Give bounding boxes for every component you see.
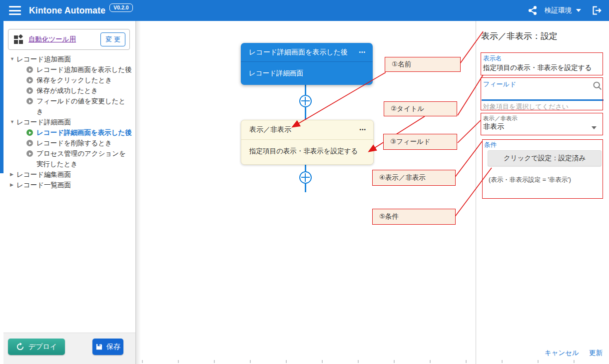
action-node-title: 表示／非表示 <box>249 125 291 134</box>
sidebar-item[interactable]: フィールドの値を変更したとき <box>3 96 134 117</box>
event-icon <box>26 150 33 157</box>
sidebar-item-active[interactable]: レコード詳細画面を表示した後 <box>3 127 134 138</box>
event-icon <box>26 77 33 83</box>
add-step-icon[interactable] <box>299 171 312 184</box>
field-input-underline <box>482 99 604 101</box>
tree-expand-icon[interactable]: ▶ <box>10 180 16 190</box>
event-icon <box>26 87 33 94</box>
event-icon <box>26 140 33 146</box>
sidebar: 自動化ツール用 変 更 ▼レコード追加画面 レコード追加画面を表示した後 保存を… <box>3 21 136 364</box>
sidebar-footer: デプロイ 保存 <box>3 333 135 364</box>
app-icon <box>13 34 23 44</box>
sidebar-item[interactable]: レコード追加画面を表示した後 <box>3 64 134 75</box>
deploy-button[interactable]: デプロイ <box>8 339 65 355</box>
event-icon <box>26 98 33 104</box>
sidebar-item[interactable]: 保存が成功したとき <box>3 85 134 96</box>
cancel-button[interactable]: キャンセル <box>545 349 579 358</box>
field-search-input[interactable] <box>483 89 585 100</box>
environment-selector[interactable]: 検証環境 <box>545 6 581 15</box>
event-icon <box>26 66 33 73</box>
settings-panel: 表示／非表示：設定 表示名 指定項目の表示・非表示を設定する フィールド 対象項… <box>476 21 609 364</box>
save-button[interactable]: 保存 <box>92 339 123 355</box>
app-link[interactable]: 自動化ツール用 <box>28 35 76 44</box>
condition-label: 条件 <box>484 141 497 149</box>
action-node-subtitle: 指定項目の表示・非表示を設定する <box>249 147 358 156</box>
dropdown-caret-icon[interactable] <box>592 126 597 129</box>
chevron-down-icon <box>576 9 581 12</box>
condition-set-button[interactable]: クリックで設定：設定済み <box>488 150 602 166</box>
logout-icon[interactable] <box>591 5 602 16</box>
sidebar-item[interactable]: 保存をクリックしたとき <box>3 75 134 85</box>
more-options-icon[interactable]: ••• <box>359 127 366 132</box>
sidebar-group-record-edit[interactable]: ▶レコード編集画面 <box>3 169 134 180</box>
sidebar-group-record-list[interactable]: ▶レコード一覧画面 <box>3 180 134 190</box>
tree-expand-icon[interactable]: ▶ <box>10 169 16 180</box>
hamburger-menu-icon[interactable] <box>9 6 21 15</box>
canvas-shadow <box>136 21 141 364</box>
name-field-label: 表示名 <box>483 54 502 63</box>
sidebar-group-record-detail[interactable]: ▼レコード詳細画面 <box>3 117 134 127</box>
save-icon <box>95 343 103 351</box>
tree-collapse-icon[interactable]: ▼ <box>10 117 16 127</box>
field-helper-text: 対象項目を選択してください <box>483 102 569 111</box>
sidebar-item[interactable]: レコードを削除するとき <box>3 138 134 148</box>
app-card: 自動化ツール用 変 更 <box>8 29 130 50</box>
event-icon-active <box>26 129 33 136</box>
app-header: Kintone Automate V0.2.0 検証環境 <box>0 0 609 21</box>
environment-label: 検証環境 <box>545 6 572 15</box>
event-tree: ▼レコード追加画面 レコード追加画面を表示した後 保存をクリックしたとき 保存が… <box>3 54 134 190</box>
sync-icon <box>16 343 24 351</box>
search-icon[interactable] <box>592 80 603 93</box>
trigger-node-subtitle: レコード詳細画面 <box>249 69 303 78</box>
more-options-icon[interactable]: ••• <box>359 50 366 55</box>
trigger-node[interactable]: レコード詳細画面を表示した後 ••• レコード詳細画面 <box>241 43 373 85</box>
trigger-node-title: レコード詳細画面を表示した後 <box>249 48 348 57</box>
panel-title: 表示／非表示：設定 <box>481 30 558 42</box>
sidebar-group-record-add[interactable]: ▼レコード追加画面 <box>3 54 134 64</box>
change-app-button[interactable]: 変 更 <box>100 32 125 46</box>
version-badge: V0.2.0 <box>109 3 132 12</box>
action-node[interactable]: 表示／非表示 ••• 指定項目の表示・非表示を設定する <box>241 120 374 165</box>
visibility-select-value[interactable]: 非表示 <box>483 122 504 131</box>
left-edge-strip <box>0 21 3 173</box>
share-icon[interactable] <box>528 5 538 15</box>
condition-summary: (表示・非表示設定 = '非表示') <box>489 176 571 184</box>
field-selector-label: フィールド <box>483 80 516 89</box>
name-field-value[interactable]: 指定項目の表示・非表示を設定する <box>483 63 592 72</box>
tree-collapse-icon[interactable]: ▼ <box>10 54 16 64</box>
app-title: Kintone Automate <box>29 5 105 16</box>
sidebar-item[interactable]: プロセス管理のアクションを実行したとき <box>3 148 134 169</box>
visibility-select-label: 表示／非表示 <box>483 115 518 122</box>
add-step-icon[interactable] <box>299 95 312 107</box>
update-button[interactable]: 更新 <box>589 349 603 358</box>
